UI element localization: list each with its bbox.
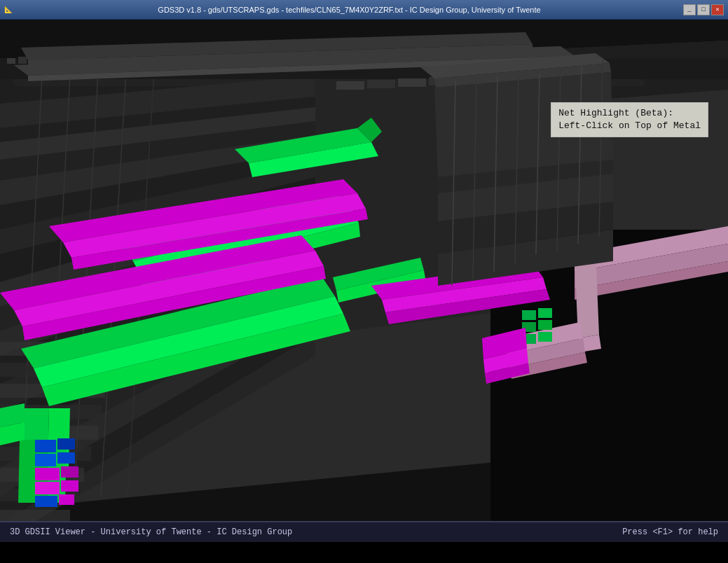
svg-rect-139 bbox=[367, 80, 395, 88]
title-bar: 📐 GDS3D v1.8 - gds/UTSCRAPS.gds - techfi… bbox=[0, 0, 728, 20]
scene-svg bbox=[0, 20, 728, 542]
svg-rect-140 bbox=[398, 78, 426, 87]
svg-rect-132 bbox=[538, 320, 552, 330]
status-bar: 3D GDSII Viewer - University of Twente -… bbox=[0, 521, 728, 542]
svg-rect-118 bbox=[61, 480, 78, 492]
svg-rect-41 bbox=[18, 57, 27, 64]
svg-rect-130 bbox=[538, 308, 552, 318]
tooltip-line2: Left-Click on Top of Metal bbox=[558, 120, 701, 132]
scene-area[interactable]: Net Highlight (Beta): Left-Click on Top … bbox=[0, 20, 728, 542]
svg-rect-114 bbox=[57, 452, 75, 464]
svg-rect-129 bbox=[522, 310, 536, 320]
svg-rect-40 bbox=[7, 58, 15, 64]
svg-rect-111 bbox=[35, 440, 56, 452]
window-controls[interactable]: _ □ ✕ bbox=[683, 4, 724, 15]
svg-rect-115 bbox=[35, 468, 60, 480]
svg-rect-117 bbox=[35, 482, 60, 494]
svg-rect-113 bbox=[35, 454, 56, 466]
net-highlight-tooltip: Net Highlight (Beta): Left-Click on Top … bbox=[551, 102, 708, 137]
svg-rect-134 bbox=[538, 332, 552, 342]
svg-rect-116 bbox=[61, 466, 78, 478]
svg-rect-119 bbox=[35, 496, 57, 507]
minimize-button[interactable]: _ bbox=[683, 4, 696, 15]
3d-viewport[interactable]: Net Highlight (Beta): Left-Click on Top … bbox=[0, 20, 728, 542]
close-button[interactable]: ✕ bbox=[711, 4, 724, 15]
maximize-button[interactable]: □ bbox=[697, 4, 710, 15]
app-icon: 📐 bbox=[4, 6, 13, 14]
status-right-text: Press <F1> for help bbox=[622, 527, 718, 537]
svg-rect-138 bbox=[336, 81, 364, 90]
tooltip-line1: Net Highlight (Beta): bbox=[558, 107, 701, 120]
status-left-text: 3D GDSII Viewer - University of Twente -… bbox=[10, 527, 292, 537]
svg-rect-120 bbox=[59, 494, 74, 505]
svg-rect-112 bbox=[57, 438, 75, 450]
window-title: GDS3D v1.8 - gds/UTSCRAPS.gds - techfile… bbox=[15, 6, 683, 14]
